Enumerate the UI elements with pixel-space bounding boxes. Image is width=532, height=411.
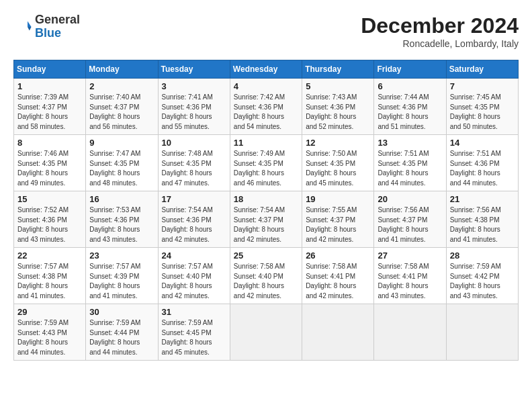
day-info: Sunrise: 7:44 AMSunset: 4:36 PMDaylight:… (378, 93, 442, 132)
day-info: Sunrise: 7:46 AMSunset: 4:35 PMDaylight:… (17, 149, 82, 188)
calendar-cell: 23Sunrise: 7:57 AMSunset: 4:39 PMDayligh… (86, 248, 158, 304)
col-monday: Monday (86, 60, 158, 79)
day-number: 10 (162, 138, 226, 148)
day-info: Sunrise: 7:59 AMSunset: 4:42 PMDaylight:… (450, 262, 515, 301)
col-saturday: Saturday (446, 60, 518, 79)
day-info: Sunrise: 7:53 AMSunset: 4:36 PMDaylight:… (89, 205, 154, 244)
calendar-cell: 27Sunrise: 7:58 AMSunset: 4:41 PMDayligh… (374, 248, 446, 304)
day-number: 15 (17, 194, 82, 204)
day-info: Sunrise: 7:58 AMSunset: 4:40 PMDaylight:… (234, 262, 298, 301)
day-info: Sunrise: 7:57 AMSunset: 4:39 PMDaylight:… (89, 262, 154, 301)
col-wednesday: Wednesday (230, 60, 302, 79)
day-number: 7 (450, 81, 515, 91)
calendar-cell: 30Sunrise: 7:59 AMSunset: 4:44 PMDayligh… (86, 304, 158, 361)
calendar-cell: 14Sunrise: 7:51 AMSunset: 4:36 PMDayligh… (446, 135, 518, 191)
day-number: 14 (450, 138, 515, 148)
col-thursday: Thursday (302, 60, 374, 79)
calendar-row: 8Sunrise: 7:46 AMSunset: 4:35 PMDaylight… (14, 135, 519, 191)
day-number: 28 (450, 250, 515, 261)
day-number: 4 (234, 81, 298, 91)
calendar-cell: 2Sunrise: 7:40 AMSunset: 4:37 PMDaylight… (86, 79, 158, 135)
calendar-cell (446, 304, 518, 361)
day-info: Sunrise: 7:50 AMSunset: 4:35 PMDaylight:… (306, 149, 370, 188)
day-info: Sunrise: 7:55 AMSunset: 4:37 PMDaylight:… (306, 205, 370, 244)
calendar-cell: 3Sunrise: 7:41 AMSunset: 4:36 PMDaylight… (158, 79, 230, 135)
day-number: 20 (378, 194, 442, 204)
calendar-cell: 12Sunrise: 7:50 AMSunset: 4:35 PMDayligh… (302, 135, 374, 191)
day-info: Sunrise: 7:47 AMSunset: 4:35 PMDaylight:… (89, 149, 154, 188)
day-number: 26 (306, 250, 370, 261)
day-info: Sunrise: 7:51 AMSunset: 4:35 PMDaylight:… (378, 149, 442, 188)
day-info: Sunrise: 7:59 AMSunset: 4:44 PMDaylight:… (89, 318, 154, 357)
calendar-cell: 8Sunrise: 7:46 AMSunset: 4:35 PMDaylight… (14, 135, 86, 191)
day-number: 11 (234, 138, 298, 148)
calendar-header: Sunday Monday Tuesday Wednesday Thursday… (14, 60, 519, 79)
logo-icon (13, 17, 32, 36)
day-info: Sunrise: 7:41 AMSunset: 4:36 PMDaylight:… (162, 93, 226, 132)
day-info: Sunrise: 7:56 AMSunset: 4:38 PMDaylight:… (450, 205, 515, 244)
calendar-cell: 20Sunrise: 7:56 AMSunset: 4:37 PMDayligh… (374, 191, 446, 248)
calendar-cell: 18Sunrise: 7:54 AMSunset: 4:37 PMDayligh… (230, 191, 302, 248)
day-number: 23 (89, 250, 154, 261)
calendar-cell: 9Sunrise: 7:47 AMSunset: 4:35 PMDaylight… (86, 135, 158, 191)
day-number: 21 (450, 194, 515, 204)
header-row: Sunday Monday Tuesday Wednesday Thursday… (14, 60, 519, 79)
calendar-cell: 21Sunrise: 7:56 AMSunset: 4:38 PMDayligh… (446, 191, 518, 248)
title-block: December 2024 Roncadelle, Lombardy, Ital… (361, 13, 519, 49)
calendar-row: 29Sunrise: 7:59 AMSunset: 4:43 PMDayligh… (14, 304, 519, 361)
day-number: 13 (378, 138, 442, 148)
calendar-cell: 4Sunrise: 7:42 AMSunset: 4:36 PMDaylight… (230, 79, 302, 135)
calendar-cell: 15Sunrise: 7:52 AMSunset: 4:36 PMDayligh… (14, 191, 86, 248)
day-info: Sunrise: 7:57 AMSunset: 4:38 PMDaylight:… (17, 262, 82, 301)
calendar-cell: 19Sunrise: 7:55 AMSunset: 4:37 PMDayligh… (302, 191, 374, 248)
calendar-cell: 7Sunrise: 7:45 AMSunset: 4:35 PMDaylight… (446, 79, 518, 135)
day-number: 2 (89, 81, 154, 91)
day-number: 24 (162, 250, 226, 261)
calendar-cell: 13Sunrise: 7:51 AMSunset: 4:35 PMDayligh… (374, 135, 446, 191)
logo-text: General Blue (35, 13, 80, 40)
calendar-cell: 1Sunrise: 7:39 AMSunset: 4:37 PMDaylight… (14, 79, 86, 135)
calendar-row: 1Sunrise: 7:39 AMSunset: 4:37 PMDaylight… (14, 79, 519, 135)
day-info: Sunrise: 7:43 AMSunset: 4:36 PMDaylight:… (306, 93, 370, 132)
svg-marker-0 (28, 21, 32, 26)
calendar-cell: 22Sunrise: 7:57 AMSunset: 4:38 PMDayligh… (14, 248, 86, 304)
calendar-cell: 29Sunrise: 7:59 AMSunset: 4:43 PMDayligh… (14, 304, 86, 361)
day-info: Sunrise: 7:59 AMSunset: 4:43 PMDaylight:… (17, 318, 82, 357)
day-number: 16 (89, 194, 154, 204)
calendar-cell (230, 304, 302, 361)
day-number: 30 (89, 307, 154, 317)
day-info: Sunrise: 7:54 AMSunset: 4:36 PMDaylight:… (162, 205, 226, 244)
day-number: 27 (378, 250, 442, 261)
day-number: 1 (17, 81, 82, 91)
svg-marker-1 (28, 27, 32, 31)
calendar-body: 1Sunrise: 7:39 AMSunset: 4:37 PMDaylight… (14, 79, 519, 361)
calendar-cell (374, 304, 446, 361)
calendar-row: 22Sunrise: 7:57 AMSunset: 4:38 PMDayligh… (14, 248, 519, 304)
day-number: 19 (306, 194, 370, 204)
day-number: 12 (306, 138, 370, 148)
month-title: December 2024 (361, 13, 519, 38)
calendar-table: Sunday Monday Tuesday Wednesday Thursday… (13, 60, 519, 361)
location: Roncadelle, Lombardy, Italy (361, 38, 519, 49)
calendar-cell: 31Sunrise: 7:59 AMSunset: 4:45 PMDayligh… (158, 304, 230, 361)
day-info: Sunrise: 7:39 AMSunset: 4:37 PMDaylight:… (17, 93, 82, 132)
day-info: Sunrise: 7:59 AMSunset: 4:45 PMDaylight:… (162, 318, 226, 357)
day-info: Sunrise: 7:40 AMSunset: 4:37 PMDaylight:… (89, 93, 154, 132)
day-number: 9 (89, 138, 154, 148)
day-info: Sunrise: 7:56 AMSunset: 4:37 PMDaylight:… (378, 205, 442, 244)
calendar-cell: 28Sunrise: 7:59 AMSunset: 4:42 PMDayligh… (446, 248, 518, 304)
day-info: Sunrise: 7:45 AMSunset: 4:35 PMDaylight:… (450, 93, 515, 132)
day-number: 17 (162, 194, 226, 204)
day-number: 29 (17, 307, 82, 317)
calendar-row: 15Sunrise: 7:52 AMSunset: 4:36 PMDayligh… (14, 191, 519, 248)
logo: General Blue (13, 13, 80, 40)
day-number: 25 (234, 250, 298, 261)
col-tuesday: Tuesday (158, 60, 230, 79)
calendar-cell: 24Sunrise: 7:57 AMSunset: 4:40 PMDayligh… (158, 248, 230, 304)
day-number: 18 (234, 194, 298, 204)
col-sunday: Sunday (14, 60, 86, 79)
day-number: 5 (306, 81, 370, 91)
day-info: Sunrise: 7:48 AMSunset: 4:35 PMDaylight:… (162, 149, 226, 188)
day-info: Sunrise: 7:49 AMSunset: 4:35 PMDaylight:… (234, 149, 298, 188)
calendar-cell: 26Sunrise: 7:58 AMSunset: 4:41 PMDayligh… (302, 248, 374, 304)
